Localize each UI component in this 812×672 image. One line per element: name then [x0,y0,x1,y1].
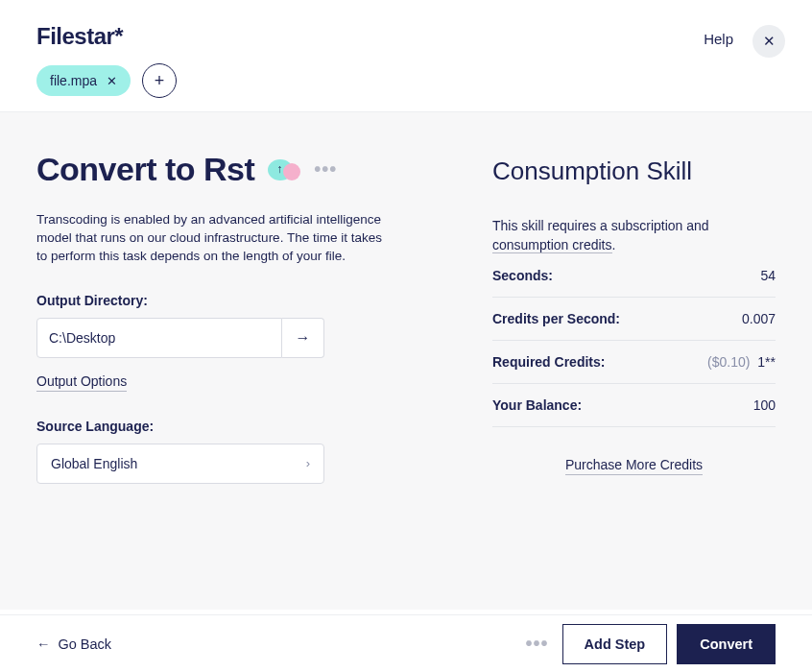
remove-file-icon[interactable]: ✕ [107,74,117,88]
output-dir-input[interactable] [36,318,282,358]
file-chip[interactable]: file.mpa ✕ [36,65,131,96]
output-dir-group: → [36,318,324,358]
add-file-button[interactable]: + [142,63,177,98]
source-lang-select[interactable]: Global English › [36,444,324,484]
consumption-credits-link[interactable]: consumption credits [492,237,612,253]
seconds-value: 54 [760,268,776,283]
add-step-button[interactable]: Add Step [562,624,668,664]
required-label: Required Credits: [492,354,605,370]
stat-row-required: Required Credits: ($0.10) 1** [492,341,776,384]
more-options-icon[interactable]: ••• [314,158,337,180]
left-column: Convert to Rst ↑ ••• Transcoding is enab… [36,151,406,581]
header-bar: Filestar* Help ✕ file.mpa ✕ + [0,0,812,111]
purchase-credits-link[interactable]: Purchase More Credits [565,457,703,475]
help-link[interactable]: Help [704,31,733,47]
output-dir-browse-button[interactable]: → [282,318,324,358]
file-row: file.mpa ✕ + [36,63,776,98]
balance-label: Your Balance: [492,397,582,413]
source-lang-value: Global English [51,456,137,471]
close-button[interactable]: ✕ [752,25,785,58]
seconds-label: Seconds: [492,268,553,283]
file-chip-label: file.mpa [50,73,97,88]
close-icon: ✕ [763,33,776,50]
arrow-right-icon: → [296,329,311,347]
arrow-left-icon: ← [36,636,51,652]
footer-bar: ← Go Back ••• Add Step Convert [0,614,812,672]
right-column: Consumption Skill This skill requires a … [492,151,776,581]
plus-icon: + [155,71,165,91]
content-area: Convert to Rst ↑ ••• Transcoding is enab… [0,111,812,610]
convert-button[interactable]: Convert [677,624,776,664]
required-wrap: ($0.10) 1** [707,354,776,370]
output-dir-label: Output Directory: [36,293,406,308]
chevron-right-icon: › [306,456,310,470]
purchase-row: Purchase More Credits [492,456,776,475]
page-title-row: Convert to Rst ↑ ••• [36,151,406,188]
consumption-desc-pre: This skill requires a subscription and [492,218,709,233]
balance-value: 100 [753,397,776,413]
cps-value: 0.007 [742,311,776,326]
cloud-upload-icon: ↑ [268,159,302,180]
go-back-button[interactable]: ← Go Back [36,636,111,652]
stat-row-seconds: Seconds: 54 [492,254,776,298]
required-cost: ($0.10) [707,354,750,370]
required-value: 1** [757,354,776,370]
stat-row-balance: Your Balance: 100 [492,384,776,427]
footer-more-icon[interactable]: ••• [526,633,549,655]
consumption-desc-post: . [612,237,616,252]
output-options-link[interactable]: Output Options [36,373,127,392]
consumption-title: Consumption Skill [492,156,776,186]
description-text: Transcoding is enabled by an advanced ar… [36,211,392,266]
app-logo: Filestar* [36,23,776,50]
consumption-desc: This skill requires a subscription and c… [492,217,776,254]
page-title: Convert to Rst [36,151,254,188]
stat-row-cps: Credits per Second: 0.007 [492,298,776,341]
go-back-label: Go Back [59,636,112,652]
source-lang-label: Source Language: [36,419,406,434]
cps-label: Credits per Second: [492,311,620,326]
